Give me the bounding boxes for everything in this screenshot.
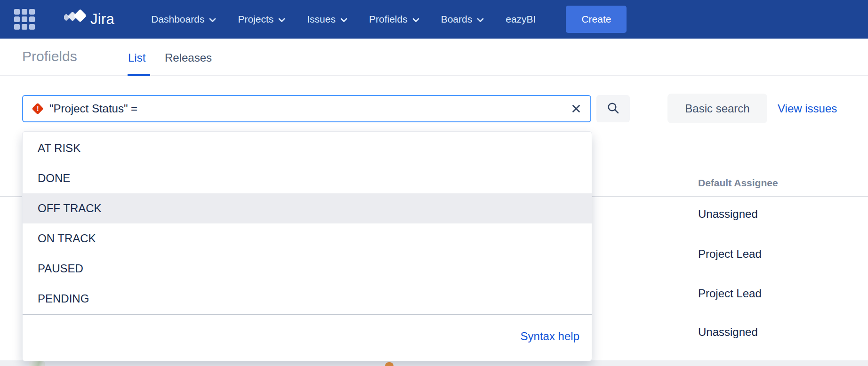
basic-search-button[interactable]: Basic search <box>667 94 767 123</box>
chevron-down-icon <box>278 16 285 23</box>
status-dot-partial-icon <box>385 362 394 366</box>
top-navigation: Jira Dashboards Projects Issues Profield… <box>0 0 868 39</box>
tab-releases[interactable]: Releases <box>165 51 212 64</box>
dropdown-option-paused[interactable]: PAUSED <box>23 254 592 284</box>
table-cell-default-assignee: Unassigned <box>698 207 758 221</box>
syntax-help-link[interactable]: Syntax help <box>521 330 579 343</box>
table-cell-default-assignee: Unassigned <box>698 326 758 339</box>
dropdown-option-off-track[interactable]: OFF TRACK <box>23 193 592 223</box>
active-tab-underline <box>128 74 150 76</box>
view-issues-link[interactable]: View issues <box>778 102 837 115</box>
jql-search-input[interactable] <box>49 102 562 115</box>
jira-mark-icon <box>64 8 86 31</box>
search-button[interactable] <box>596 95 630 122</box>
tab-list[interactable]: List <box>128 51 145 64</box>
dropdown-option-on-track[interactable]: ON TRACK <box>23 223 592 254</box>
project-avatar-partial <box>29 361 45 366</box>
nav-item-profields[interactable]: Profields <box>369 14 419 25</box>
app-switcher-icon[interactable] <box>14 9 35 30</box>
nav-item-projects[interactable]: Projects <box>238 14 285 25</box>
chevron-down-icon <box>477 16 484 23</box>
column-header-default-assignee: Default Assignee <box>698 177 778 189</box>
chevron-down-icon <box>209 16 216 23</box>
nav-item-eazybi[interactable]: eazyBI <box>506 14 536 25</box>
dropdown-option-at-risk[interactable]: AT RISK <box>23 133 592 163</box>
autocomplete-dropdown: AT RISK DONE OFF TRACK ON TRACK PAUSED P… <box>22 131 592 361</box>
page-title: Profields <box>22 48 77 64</box>
dropdown-footer: Syntax help <box>23 315 592 359</box>
chevron-down-icon <box>340 16 347 23</box>
jira-logo[interactable]: Jira <box>64 8 114 31</box>
create-button[interactable]: Create <box>566 6 627 33</box>
table-cell-default-assignee: Project Lead <box>698 287 762 300</box>
nav-item-dashboards[interactable]: Dashboards <box>151 14 216 25</box>
nav-item-issues[interactable]: Issues <box>307 14 347 25</box>
error-icon: ! <box>32 103 43 114</box>
dropdown-option-pending[interactable]: PENDING <box>23 284 592 314</box>
brand-name: Jira <box>90 11 114 28</box>
search-icon <box>607 102 619 116</box>
clear-icon[interactable] <box>570 102 583 115</box>
dropdown-option-done[interactable]: DONE <box>23 163 592 193</box>
nav-menu: Dashboards Projects Issues Profields Boa… <box>151 14 536 25</box>
chevron-down-icon <box>412 16 419 23</box>
page: Jira Dashboards Projects Issues Profield… <box>0 0 868 366</box>
jql-search-box[interactable]: ! <box>22 95 591 122</box>
table-cell-default-assignee: Project Lead <box>698 247 762 261</box>
nav-item-boards[interactable]: Boards <box>441 14 484 25</box>
